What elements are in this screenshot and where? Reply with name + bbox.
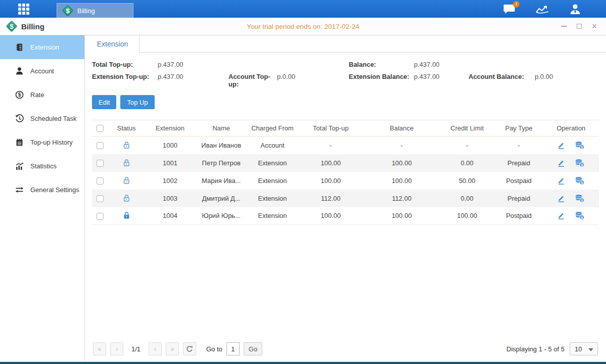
- messages-icon[interactable]: !: [503, 4, 516, 15]
- statistics-chart-topbar-icon[interactable]: [535, 4, 549, 15]
- tab-extension[interactable]: Extension: [86, 35, 139, 53]
- trial-notice: Your trial period ends on: 2017-02-24: [0, 23, 606, 30]
- user-account-icon[interactable]: [569, 3, 582, 15]
- sidebar-item-rate[interactable]: $ Rate: [0, 83, 84, 107]
- account-topup-label: Account Top-up:: [228, 73, 277, 88]
- summary-panel: Total Top-up: p.437.00 Balance: p.437.00…: [92, 53, 599, 88]
- name-cell: Мария Ива...: [196, 172, 247, 190]
- row-checkbox[interactable]: [97, 177, 104, 185]
- credit-limit-cell: 50.00: [440, 172, 494, 190]
- account-balance-label: Account Balance:: [469, 73, 535, 80]
- row-checkbox[interactable]: [97, 213, 104, 220]
- rate-dollar-icon: $: [15, 90, 24, 99]
- go-button[interactable]: Go: [244, 342, 262, 355]
- extension-book-icon: [15, 43, 24, 52]
- svg-text:$: $: [581, 145, 583, 149]
- status-unlocked-icon[interactable]: [122, 159, 131, 167]
- sidebar-item-general-settings[interactable]: General Settings: [0, 178, 84, 202]
- edit-icon[interactable]: [557, 176, 566, 185]
- credit-limit-cell: 0.00: [440, 190, 494, 207]
- maximize-button[interactable]: [576, 23, 583, 30]
- balance-label: Balance:: [349, 61, 414, 68]
- table-row[interactable]: 1000 Иван Иванов Account - - - -: [92, 136, 599, 154]
- table-row[interactable]: 1002 Мария Ива... Extension 100.00 100.0…: [92, 172, 599, 190]
- sidebar-item-statistics[interactable]: Statistics: [0, 154, 84, 178]
- last-page-button[interactable]: »: [166, 342, 179, 355]
- refresh-button[interactable]: [183, 342, 196, 355]
- chevron-down-icon: [588, 348, 593, 351]
- col-operation: Operation: [543, 120, 599, 136]
- page-size-select[interactable]: 10: [570, 342, 598, 355]
- credit-limit-cell: -: [440, 136, 494, 154]
- top-bar: $ Billing !: [0, 0, 606, 18]
- table-row[interactable]: 1004 Юрий Юрь... Extension 100.00 100.00…: [92, 207, 599, 225]
- notification-badge: !: [513, 1, 520, 8]
- status-locked-icon[interactable]: [122, 211, 131, 220]
- topup-coins-icon[interactable]: $: [575, 211, 585, 220]
- charged-from-cell: Extension: [247, 207, 298, 225]
- total-topup-value: p.437.00: [158, 61, 183, 68]
- sidebar-item-account[interactable]: Account: [0, 59, 84, 83]
- row-checkbox[interactable]: [97, 160, 104, 167]
- charged-from-cell: Extension: [247, 172, 298, 190]
- app-billing-icon: $: [6, 21, 17, 32]
- edit-icon[interactable]: [557, 211, 566, 220]
- row-checkbox[interactable]: [97, 195, 104, 202]
- app-title: Billing: [21, 22, 44, 31]
- tab-strip: Extension: [85, 35, 606, 53]
- edit-icon[interactable]: [557, 159, 566, 167]
- sidebar-item-extension[interactable]: Extension: [0, 35, 84, 59]
- charged-from-cell: Extension: [247, 190, 298, 207]
- row-checkbox[interactable]: [97, 142, 104, 149]
- col-charged-from: Charged From: [247, 120, 298, 136]
- topup-coins-icon[interactable]: $: [575, 176, 585, 185]
- status-unlocked-icon[interactable]: [122, 194, 131, 203]
- statistics-chart-icon: [15, 162, 24, 170]
- sidebar-item-label: Rate: [30, 91, 44, 99]
- top-up-button[interactable]: Top Up: [120, 95, 154, 109]
- credit-limit-cell: 100.00: [440, 207, 494, 225]
- topbar-billing-tab[interactable]: $ Billing: [57, 3, 133, 18]
- sidebar-item-label: General Settings: [30, 186, 79, 194]
- sidebar-item-label: Scheduled Task: [30, 115, 77, 122]
- total-topup-cell: -: [298, 136, 363, 154]
- goto-label: Go to: [206, 345, 222, 353]
- general-settings-sliders-icon: [15, 186, 24, 194]
- sidebar-item-scheduled-task[interactable]: Scheduled Task: [0, 107, 84, 130]
- minimize-button[interactable]: [561, 23, 568, 30]
- edit-icon[interactable]: [557, 194, 566, 203]
- apps-grid-icon[interactable]: [18, 4, 35, 15]
- topup-coins-icon[interactable]: $: [575, 159, 585, 167]
- col-credit-limit: Credit Limit: [440, 120, 494, 136]
- col-status: Status: [108, 120, 145, 136]
- pay-type-cell: -: [494, 136, 543, 154]
- sidebar: Extension Account $ Rate Scheduled Task: [0, 35, 85, 361]
- topup-coins-icon[interactable]: $: [575, 141, 585, 150]
- table-row[interactable]: 1001 Петр Петров Extension 100.00 100.00…: [92, 154, 599, 172]
- col-total-topup: Total Top-up: [298, 120, 363, 136]
- balance-value: p.437.00: [414, 61, 440, 68]
- balance-cell: 100.00: [364, 154, 440, 172]
- close-button[interactable]: ×: [591, 23, 598, 30]
- sidebar-item-label: Extension: [30, 43, 59, 51]
- topup-coins-icon[interactable]: $: [575, 194, 585, 203]
- goto-page-input[interactable]: [226, 342, 240, 355]
- sidebar-item-label: Statistics: [30, 162, 57, 170]
- edit-button[interactable]: Edit: [92, 95, 116, 109]
- name-cell: Юрий Юрь...: [196, 207, 247, 225]
- total-topup-field: Total Top-up: p.437.00: [92, 61, 228, 68]
- name-cell: Петр Петров: [196, 154, 247, 172]
- first-page-button[interactable]: «: [93, 342, 106, 355]
- status-unlocked-icon[interactable]: [122, 176, 131, 185]
- pay-type-cell: Prepaid: [494, 190, 543, 207]
- next-page-button[interactable]: ›: [149, 342, 162, 355]
- account-person-icon: [15, 67, 24, 75]
- status-unlocked-icon[interactable]: [122, 141, 131, 150]
- edit-icon[interactable]: [557, 141, 566, 150]
- sidebar-item-topup-history[interactable]: Top-up History: [0, 130, 84, 154]
- charged-from-cell: Account: [247, 136, 298, 154]
- select-all-checkbox[interactable]: [97, 125, 104, 132]
- col-extension: Extension: [145, 120, 195, 136]
- table-row[interactable]: 1003 Дмитрий Д... Extension 112.00 112.0…: [92, 190, 599, 207]
- prev-page-button[interactable]: ‹: [110, 342, 123, 355]
